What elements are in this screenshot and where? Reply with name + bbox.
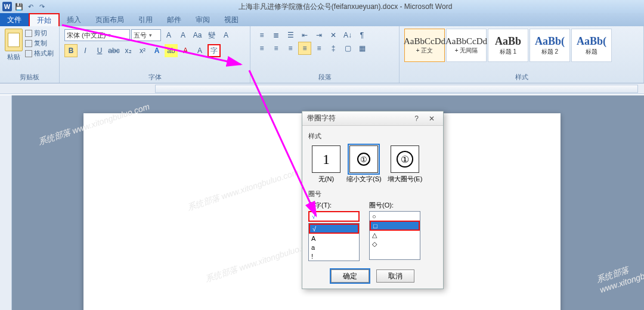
increase-indent-button[interactable]: ⇥ (312, 29, 326, 42)
paste-button[interactable]: 粘贴 (5, 29, 23, 61)
scissors-icon (25, 30, 32, 37)
shading-button[interactable]: ▢ (341, 42, 354, 55)
style-none-preview: 1 (312, 145, 340, 173)
font-size-combo[interactable]: 五号▾ (131, 29, 161, 41)
style-heading1[interactable]: AaBb 标题 1 (488, 29, 528, 62)
align-right-button[interactable]: ≡ (284, 42, 297, 55)
italic-button[interactable]: I (79, 44, 92, 57)
word-app-icon: W (2, 2, 12, 11)
decrease-indent-button[interactable]: ⇤ (298, 29, 311, 42)
align-justify-button[interactable]: ≡ (298, 42, 311, 55)
style-none-label: 无(N) (318, 175, 334, 184)
cancel-button[interactable]: 取消 (376, 269, 414, 283)
strike-button[interactable]: abc (107, 44, 120, 57)
bold-button[interactable]: B (64, 44, 78, 57)
shrink-font-button[interactable]: A (177, 29, 190, 42)
list-item[interactable]: □ (370, 221, 420, 231)
brush-icon (25, 50, 32, 57)
multilevel-button[interactable]: ☰ (284, 29, 297, 42)
align-left-button[interactable]: ≡ (255, 42, 268, 55)
list-item[interactable]: ! (309, 252, 359, 261)
text-effects-button[interactable]: A (150, 44, 163, 57)
dialog-close-button[interactable]: ✕ (425, 114, 438, 123)
style-heading2[interactable]: AaBb( 标题 2 (530, 29, 570, 62)
format-painter-button[interactable]: 格式刷 (25, 49, 54, 58)
grow-font-button[interactable]: A (162, 29, 175, 42)
tab-mailings[interactable]: 邮件 (160, 13, 188, 26)
tab-view[interactable]: 视图 (217, 13, 246, 26)
group-label-clipboard: 剪贴板 (5, 72, 54, 82)
tab-review[interactable]: 审阅 (188, 13, 217, 26)
dialog-title: 带圈字符 (307, 113, 336, 123)
cut-button[interactable]: 剪切 (25, 29, 54, 38)
font-color-button[interactable]: A (179, 44, 192, 57)
copy-button[interactable]: 复制 (25, 39, 54, 48)
list-item[interactable]: A (309, 234, 359, 243)
text-input[interactable]: √ (308, 211, 360, 222)
char-shading-button[interactable]: A (193, 44, 206, 57)
group-label-paragraph: 段落 (255, 72, 394, 82)
save-icon[interactable]: 💾 (14, 2, 24, 11)
text-listbox[interactable]: √ A a ! (308, 223, 360, 261)
style-none-option[interactable]: 1 无(N) (312, 145, 340, 184)
style-title[interactable]: AaBb( 标题 (571, 29, 612, 62)
redo-icon[interactable]: ↷ (37, 2, 47, 11)
group-paragraph: ≡ ≣ ☰ ⇤ ⇥ ✕ A↓ ¶ ≡ ≡ ≡ ≡ ≡ ‡ ▢ ▦ 段落 (250, 26, 400, 83)
list-item[interactable]: △ (370, 231, 420, 240)
list-item[interactable]: ◇ (370, 240, 420, 249)
list-item[interactable]: √ (309, 224, 359, 234)
vertical-ruler[interactable] (0, 95, 12, 310)
borders-button[interactable]: ▦ (355, 42, 369, 55)
sort-button[interactable]: A↓ (341, 29, 354, 42)
ok-button[interactable]: 确定 (331, 269, 369, 283)
quick-access-toolbar: W 💾 ↶ ↷ (2, 2, 47, 11)
group-label-styles: 样式 (404, 72, 639, 82)
highlight-button[interactable]: ab (165, 44, 178, 57)
change-case-button[interactable]: Aa (191, 29, 204, 42)
section-style-label: 样式 (308, 132, 437, 141)
ring-label: 圈号(O): (369, 201, 420, 210)
copy-icon (25, 40, 32, 47)
group-font: 宋体 (中文正)▾ 五号▾ A A Aa 變 A B I U abc x₂ x²… (60, 26, 250, 83)
list-item[interactable]: ○ (370, 212, 420, 221)
line-spacing-button[interactable]: ‡ (327, 42, 340, 55)
horizontal-ruler[interactable] (0, 83, 644, 94)
paste-label: 粘贴 (7, 52, 20, 61)
qat-buttons: 💾 ↶ ↷ (14, 2, 47, 11)
tab-file[interactable]: 文件 (0, 13, 29, 26)
bullets-button[interactable]: ≡ (255, 29, 268, 42)
align-distribute-button[interactable]: ≡ (312, 42, 326, 55)
dialog-titlebar[interactable]: 带圈字符 ? ✕ (302, 111, 443, 126)
group-label-font: 字体 (64, 72, 245, 82)
asian-layout-button[interactable]: ✕ (327, 29, 340, 42)
style-nospacing[interactable]: AaBbCcDd + 无间隔 (446, 29, 487, 62)
ribbon-tabs: 文件 开始 插入 页面布局 引用 邮件 审阅 视图 (0, 13, 644, 26)
tab-references[interactable]: 引用 (131, 13, 160, 26)
group-clipboard: 粘贴 剪切 复制 格式刷 剪贴板 (0, 26, 60, 83)
numbering-button[interactable]: ≣ (270, 29, 283, 42)
phonetic-guide-button[interactable]: 變 (205, 29, 218, 42)
ring-listbox[interactable]: ○ □ △ ◇ (369, 211, 420, 260)
enclosed-char-button[interactable]: 字 (208, 44, 221, 57)
dialog-help-button[interactable]: ? (410, 114, 423, 123)
style-shrink-option[interactable]: ① 缩小文字(S) (346, 145, 382, 184)
list-item[interactable]: a (309, 243, 359, 252)
font-family-combo[interactable]: 宋体 (中文正)▾ (64, 29, 130, 41)
char-border-button[interactable]: A (219, 29, 233, 42)
style-enlarge-option[interactable]: ① 增大圈号(E) (388, 145, 423, 184)
subscript-button[interactable]: x₂ (122, 44, 135, 57)
show-marks-button[interactable]: ¶ (355, 29, 369, 42)
tab-pagelayout[interactable]: 页面布局 (88, 13, 131, 26)
ribbon: 粘贴 剪切 复制 格式刷 剪贴板 宋体 (中文正)▾ 五号▾ A A Aa 變 … (0, 26, 644, 83)
styles-gallery[interactable]: AaBbCcDd + 正文 AaBbCcDd + 无间隔 AaBb 标题 1 A… (404, 29, 639, 62)
tab-home[interactable]: 开始 (29, 13, 60, 26)
tab-insert[interactable]: 插入 (60, 13, 88, 26)
superscript-button[interactable]: x² (136, 44, 149, 57)
window-title: 上海非凡进修学院微信公众号(feifanxueyuan).docx - Micr… (47, 2, 644, 12)
section-ring-label: 圈号 (308, 190, 437, 199)
underline-button[interactable]: U (93, 44, 106, 57)
style-normal[interactable]: AaBbCcDd + 正文 (404, 29, 445, 62)
undo-icon[interactable]: ↶ (26, 2, 35, 11)
paste-icon (5, 29, 23, 51)
align-center-button[interactable]: ≡ (270, 42, 283, 55)
